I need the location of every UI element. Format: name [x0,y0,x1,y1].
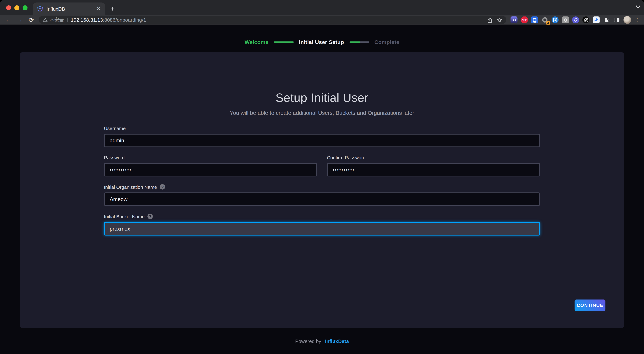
back-button[interactable]: ← [4,17,12,23]
share-icon[interactable] [487,17,492,23]
onboarding-stepper: Welcome Initial User Setup Complete [0,39,644,45]
extension-badge: 3 [546,21,550,25]
bucket-label: Initial Bucket Name? [104,214,540,219]
step-complete[interactable]: Complete [374,39,399,45]
extension-adblock-plus-icon[interactable]: ABP [521,16,528,23]
reload-button[interactable]: ⟳ [27,17,35,23]
influxdb-favicon-icon [37,6,43,12]
step-welcome[interactable]: Welcome [245,39,268,45]
powered-by-text: Powered by [295,339,321,344]
organization-label: Initial Organization Name? [104,184,540,189]
page-title: Setup Initial User [20,91,624,105]
setup-form: Username Password Confirm Password [104,126,540,235]
password-field[interactable] [104,163,317,176]
extension-loop-icon[interactable]: 3 [541,16,548,23]
side-panel-icon[interactable] [613,16,620,23]
extension-penguin-icon[interactable] [510,16,518,23]
step-connector-1 [274,41,294,43]
page-subtitle: You will be able to create additional Us… [20,110,624,116]
password-label: Password [104,155,317,160]
organization-field[interactable] [104,192,540,206]
warning-triangle-icon [43,17,48,22]
organization-help-icon[interactable]: ? [160,184,165,189]
forward-button[interactable]: → [16,17,24,23]
tab-close-icon[interactable]: ✕ [95,5,102,12]
setup-panel: Setup Initial User You will be able to c… [20,52,624,328]
tab-strip: InfluxDB ✕ + [0,0,644,15]
extensions-puzzle-icon[interactable] [603,16,610,23]
confirm-password-label: Confirm Password [327,155,540,160]
username-field[interactable] [104,134,540,147]
browser-menu-icon[interactable]: ⋮ [634,17,640,23]
step-initial-user-setup[interactable]: Initial User Setup [299,39,344,45]
site-security-chip[interactable]: 不安全 [43,17,64,23]
browser-window: InfluxDB ✕ + ← → ⟳ 不安全 192.168.31.13:80 [0,0,644,354]
url-text: 192.168.31.13:8086/onboarding/1 [71,17,146,23]
minimize-window-button[interactable] [14,5,19,10]
extensions-area: ABP 3 « [510,16,620,23]
extension-bird-icon[interactable] [592,16,600,23]
continue-button[interactable]: CONTINUE [575,300,606,311]
bookmark-star-icon[interactable] [496,17,502,23]
zoom-window-button[interactable] [23,5,28,10]
tab-title: InfluxDB [46,6,95,12]
username-label: Username [104,126,540,131]
profile-avatar[interactable] [624,16,631,24]
security-label: 不安全 [50,17,64,23]
step-connector-2 [349,41,369,43]
traffic-lights [6,5,28,10]
onboarding-page: Welcome Initial User Setup Complete Setu… [0,25,644,354]
browser-tab[interactable]: InfluxDB ✕ [33,2,105,15]
page-footer: Powered by InfluxData [0,339,644,344]
extension-camera-icon[interactable] [562,16,569,23]
extension-paperclip-icon[interactable] [572,16,579,23]
browser-toolbar: ← → ⟳ 不安全 192.168.31.13:8086/onboarding/… [0,15,644,25]
url-divider [67,17,68,22]
address-bar[interactable]: 不安全 192.168.31.13:8086/onboarding/1 [39,16,506,24]
extension-rewind-icon[interactable]: « [552,16,558,23]
close-window-button[interactable] [6,5,11,10]
new-tab-button[interactable]: + [108,4,118,14]
extension-phone-lock-icon[interactable] [531,16,538,23]
extension-blocker-icon[interactable] [582,16,589,23]
confirm-password-field[interactable] [327,163,540,176]
bucket-field[interactable] [104,222,540,235]
tab-search-chevron-icon[interactable] [635,4,641,9]
bucket-help-icon[interactable]: ? [148,214,153,219]
influxdata-link[interactable]: InfluxData [325,339,349,344]
